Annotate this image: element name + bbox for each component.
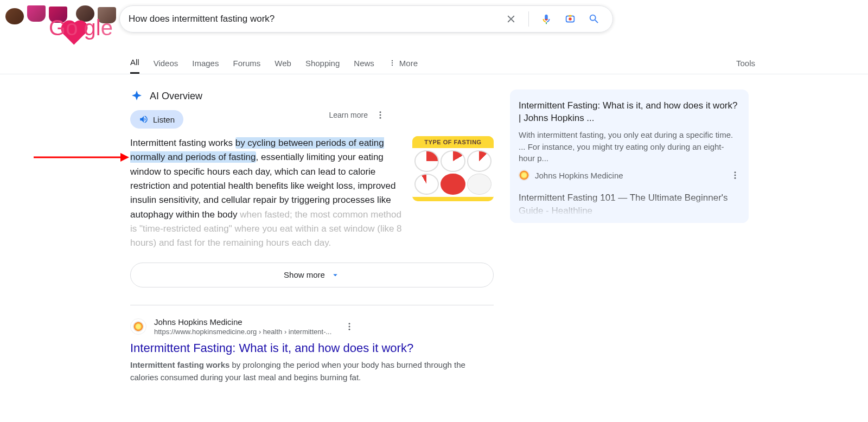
overview-thumbnail[interactable]: TYPE OF FASTING <box>412 136 494 201</box>
svg-point-12 <box>735 171 736 173</box>
tab-images[interactable]: Images <box>192 53 219 73</box>
result-more-icon[interactable] <box>344 322 354 331</box>
svg-point-7 <box>380 114 381 116</box>
svg-point-1 <box>569 17 572 21</box>
tab-shopping[interactable]: Shopping <box>305 53 340 73</box>
speaker-icon <box>139 114 149 124</box>
learn-more-link[interactable]: Learn more <box>329 111 368 119</box>
listen-button[interactable]: Listen <box>130 110 183 129</box>
svg-point-3 <box>392 60 393 61</box>
svg-point-11 <box>349 329 350 330</box>
sources-panel: Intermittent Fasting: What is it, and ho… <box>510 89 749 223</box>
chevron-down-icon <box>330 270 340 280</box>
source-card[interactable]: Intermittent Fasting 101 — The Ultimate … <box>519 191 740 223</box>
result-url[interactable]: https://www.hopkinsmedicine.org › health… <box>154 328 331 336</box>
ai-overview-text: Intermittent fasting works by cycling be… <box>130 136 403 251</box>
svg-point-10 <box>349 325 350 327</box>
source-more-icon[interactable] <box>730 170 740 180</box>
svg-rect-2 <box>569 15 572 17</box>
source-title: Intermittent Fasting: What is it, and ho… <box>519 99 740 125</box>
source-site: Johns Hopkins Medicine <box>535 171 623 180</box>
search-box[interactable] <box>119 5 613 33</box>
tab-all[interactable]: All <box>130 52 139 74</box>
tab-more[interactable]: More <box>388 53 418 73</box>
tools-button[interactable]: Tools <box>736 59 755 68</box>
svg-point-6 <box>380 111 381 113</box>
tab-web[interactable]: Web <box>275 53 291 73</box>
image-search-icon[interactable] <box>560 9 580 29</box>
result-favicon <box>130 318 146 335</box>
svg-point-8 <box>380 117 381 119</box>
tab-forums[interactable]: Forums <box>233 53 260 73</box>
source-snippet: With intermittent fasting, you only eat … <box>519 129 740 164</box>
search-input[interactable] <box>129 14 501 24</box>
clear-icon[interactable] <box>501 9 521 29</box>
voice-search-icon[interactable] <box>537 9 556 29</box>
source-card[interactable]: Intermittent Fasting: What is it, and ho… <box>519 99 740 181</box>
svg-point-4 <box>392 62 393 63</box>
tab-news[interactable]: News <box>354 53 374 73</box>
source-title: Intermittent Fasting 101 — The Ultimate … <box>519 191 740 217</box>
svg-point-5 <box>392 65 393 66</box>
google-logo[interactable]: Go gle <box>5 5 114 42</box>
svg-point-13 <box>735 175 736 176</box>
annotation-arrow <box>34 151 129 166</box>
show-more-button[interactable]: Show more <box>130 263 494 287</box>
svg-point-14 <box>735 177 736 179</box>
search-icon[interactable] <box>584 9 604 29</box>
result-snippet: Intermittent fasting works by prolonging… <box>130 359 494 384</box>
ai-overview-title: AI Overview <box>150 91 202 102</box>
result-title[interactable]: Intermittent Fasting: What is it, and ho… <box>130 341 494 355</box>
result-site-name[interactable]: Johns Hopkins Medicine <box>154 317 331 327</box>
svg-marker-16 <box>120 153 129 162</box>
svg-point-9 <box>349 323 350 324</box>
source-snippet: May 3, 2024 — How it affects your cells … <box>519 221 740 223</box>
source-favicon <box>519 170 529 181</box>
sparkle-icon <box>130 89 143 103</box>
search-tabs: All Videos Images Forums Web Shopping Ne… <box>130 52 418 74</box>
tab-videos[interactable]: Videos <box>154 53 178 73</box>
search-result: Johns Hopkins Medicine https://www.hopki… <box>130 317 494 384</box>
more-menu-icon[interactable] <box>375 110 385 120</box>
